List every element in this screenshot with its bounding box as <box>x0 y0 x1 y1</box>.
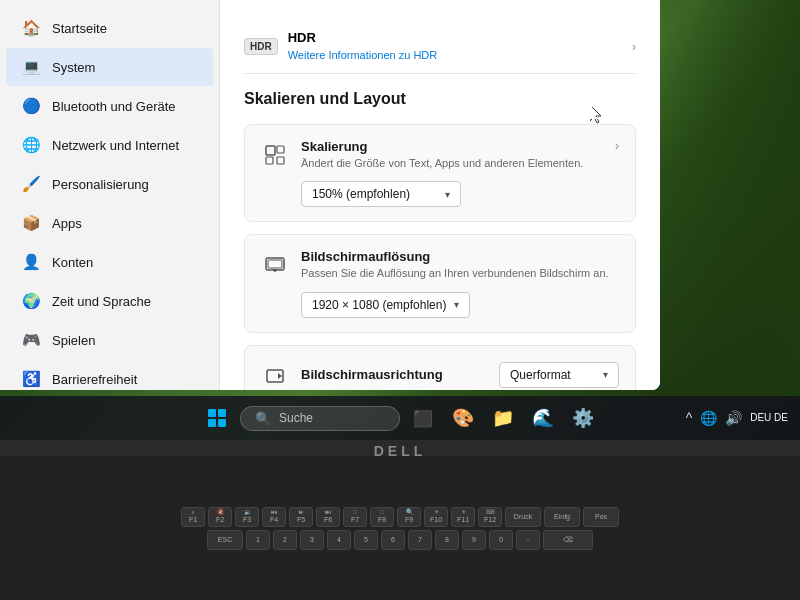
task-view-button[interactable]: ⬛ <box>406 401 440 435</box>
bluetooth-icon: 🔵 <box>22 97 40 115</box>
skalierung-value: 150% (empfohlen) <box>312 187 410 201</box>
key-f10[interactable]: ☀ F10 <box>424 507 448 527</box>
key-8[interactable]: 8 <box>435 530 459 550</box>
windows-start-button[interactable] <box>200 401 234 435</box>
sidebar-item-system[interactable]: 💻 System <box>6 48 213 86</box>
taskbar-search[interactable]: 🔍 Suche <box>240 406 400 431</box>
key-pos-label: Pos <box>595 513 607 521</box>
sidebar-label: Startseite <box>52 21 107 36</box>
key-f4[interactable]: ⏮ F4 <box>262 507 286 527</box>
edge-browser-button[interactable]: 🌊 <box>526 401 560 435</box>
key-6[interactable]: 6 <box>381 530 405 550</box>
key-f6[interactable]: ⏭ F6 <box>316 507 340 527</box>
key-0-label: 0 <box>499 536 503 544</box>
microsoft-365-button[interactable]: 🎨 <box>446 401 480 435</box>
laptop-bezel: DELL <box>0 440 800 456</box>
key-7-label: 7 <box>418 536 422 544</box>
section-title: Skalieren und Layout <box>244 90 636 108</box>
key-einfg[interactable]: Einfg <box>544 507 580 527</box>
key-2[interactable]: 2 <box>273 530 297 550</box>
key-minus-label: - <box>527 536 529 544</box>
win-cell-2 <box>218 409 226 417</box>
sidebar-item-bluetooth[interactable]: 🔵 Bluetooth und Geräte <box>6 87 213 125</box>
file-explorer-button[interactable]: 📁 <box>486 401 520 435</box>
key-f8-label: F8 <box>378 516 386 524</box>
skalierung-card: Skalierung Ändert die Größe von Text, Ap… <box>244 124 636 222</box>
key-f6-icon: ⏭ <box>325 509 331 516</box>
network-tray-icon[interactable]: 🌐 <box>700 410 717 426</box>
key-4[interactable]: 4 <box>327 530 351 550</box>
skalierung-dropdown-arrow-icon: ▾ <box>445 189 450 200</box>
key-f12-label: F12 <box>484 516 496 524</box>
key-f8[interactable]: □ F8 <box>370 507 394 527</box>
key-f1[interactable]: x F1 <box>181 507 205 527</box>
ausrichtung-dropdown-arrow-icon: ▾ <box>603 369 608 380</box>
svg-rect-0 <box>266 146 275 155</box>
key-druck[interactable]: Druck <box>505 507 541 527</box>
sidebar-item-apps[interactable]: 📦 Apps <box>6 204 213 242</box>
sidebar-label: Personalisierung <box>52 177 149 192</box>
sidebar-item-zeit[interactable]: 🌍 Zeit und Sprache <box>6 282 213 320</box>
aufloesung-dropdown[interactable]: 1920 × 1080 (empfohlen) ▾ <box>301 292 470 318</box>
key-f2-label: F2 <box>216 516 224 524</box>
hdr-title: HDR <box>288 30 632 45</box>
key-f2[interactable]: 🔇 F2 <box>208 507 232 527</box>
skalierung-dropdown[interactable]: 150% (empfohlen) ▾ <box>301 181 461 207</box>
system-icon: 💻 <box>22 58 40 76</box>
settings-button[interactable]: ⚙️ <box>566 401 600 435</box>
key-f7[interactable]: □ F7 <box>343 507 367 527</box>
task-view-icon: ⬛ <box>413 409 433 428</box>
key-pos[interactable]: Pos <box>583 507 619 527</box>
key-f3[interactable]: 🔉 F3 <box>235 507 259 527</box>
gaming-icon: 🎮 <box>22 331 40 349</box>
laptop-chassis: DELL x F1 🔇 F2 🔉 F3 ⏮ F4 ⏯ F5 <box>0 440 800 600</box>
sidebar-item-konten[interactable]: 👤 Konten <box>6 243 213 281</box>
ausrichtung-dropdown[interactable]: Querformat ▾ <box>499 362 619 388</box>
up-arrow-icon[interactable]: ^ <box>686 410 693 426</box>
hdr-link[interactable]: Weitere Informationen zu HDR <box>288 49 438 61</box>
taskbar-center: 🔍 Suche ⬛ 🎨 📁 🌊 ⚙️ <box>200 401 600 435</box>
key-1[interactable]: 1 <box>246 530 270 550</box>
sidebar-item-spielen[interactable]: 🎮 Spielen <box>6 321 213 359</box>
clock-display[interactable]: DEU DE <box>750 411 788 425</box>
key-9[interactable]: 9 <box>462 530 486 550</box>
sidebar-item-personalisierung[interactable]: 🖌️ Personalisierung <box>6 165 213 203</box>
key-f11[interactable]: ☀ F11 <box>451 507 475 527</box>
key-f12[interactable]: ⌨ F12 <box>478 507 502 527</box>
key-6-label: 6 <box>391 536 395 544</box>
colorful-icon: 🎨 <box>452 407 474 429</box>
key-3[interactable]: 3 <box>300 530 324 550</box>
key-5[interactable]: 5 <box>354 530 378 550</box>
key-f5-icon: ⏯ <box>298 509 304 516</box>
key-f5[interactable]: ⏯ F5 <box>289 507 313 527</box>
key-minus[interactable]: - <box>516 530 540 550</box>
key-esc[interactable]: ESC <box>207 530 243 550</box>
accessibility-icon: ♿ <box>22 370 40 388</box>
accounts-icon: 👤 <box>22 253 40 271</box>
ausrichtung-row: Bildschirmausrichtung Querformat ▾ <box>261 360 619 390</box>
volume-tray-icon[interactable]: 🔊 <box>725 410 742 426</box>
key-7[interactable]: 7 <box>408 530 432 550</box>
key-esc-label: ESC <box>218 536 232 544</box>
aufloesung-name: Bildschirmauflösung <box>301 249 619 264</box>
hdr-chevron-icon: › <box>632 40 636 54</box>
sidebar-item-startseite[interactable]: 🏠 Startseite <box>6 9 213 47</box>
aufloesung-desc: Passen Sie die Auflösung an Ihren verbun… <box>301 266 619 281</box>
sidebar-item-netzwerk[interactable]: 🌐 Netzwerk und Internet <box>6 126 213 164</box>
skalierung-desc: Ändert die Größe von Text, Apps und ande… <box>301 156 603 171</box>
ausrichtung-value: Querformat <box>510 368 571 382</box>
hdr-row: HDR HDR Weitere Informationen zu HDR › <box>244 20 636 74</box>
key-0[interactable]: 0 <box>489 530 513 550</box>
svg-rect-5 <box>268 260 282 268</box>
skalierung-icon <box>261 141 289 169</box>
key-f9[interactable]: 🔍 F9 <box>397 507 421 527</box>
sidebar-item-barrierefreiheit[interactable]: ♿ Barrierefreiheit <box>6 360 213 390</box>
sidebar-label: System <box>52 60 95 75</box>
skalierung-control: 150% (empfohlen) ▾ <box>301 181 603 207</box>
key-3-label: 3 <box>310 536 314 544</box>
windows-logo-icon <box>203 404 231 432</box>
key-f9-label: F9 <box>405 516 413 524</box>
key-backspace[interactable]: ⌫ <box>543 530 593 550</box>
network-icon: 🌐 <box>22 136 40 154</box>
skalierung-row: Skalierung Ändert die Größe von Text, Ap… <box>261 139 619 207</box>
